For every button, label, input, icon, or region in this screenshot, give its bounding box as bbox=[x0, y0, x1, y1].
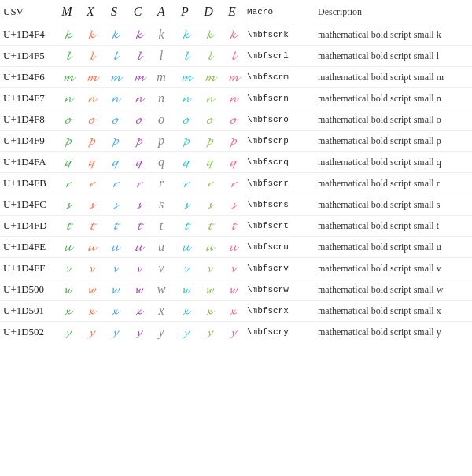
cell-glyph-col2: 𝓹 bbox=[102, 131, 126, 152]
cell-glyph-col2: 𝓼 bbox=[102, 194, 126, 216]
cell-macro: \mbfscru bbox=[244, 237, 315, 258]
cell-glyph-col6: 𝓽 bbox=[197, 216, 220, 237]
cell-glyph-col4: t bbox=[149, 216, 173, 237]
cell-glyph-col6: 𝓿 bbox=[197, 258, 220, 279]
cell-glyph-col7: 𝓾 bbox=[220, 237, 244, 258]
cell-description: mathematical bold script small k bbox=[315, 24, 472, 46]
cell-macro: \mbfscrr bbox=[244, 173, 315, 194]
header-c: C bbox=[126, 0, 149, 24]
cell-glyph-col2: 𝓷 bbox=[102, 88, 126, 109]
cell-glyph-col5: 𝓽 bbox=[173, 216, 197, 237]
cell-glyph-col6: 𝔁 bbox=[197, 301, 220, 322]
cell-glyph-col0: 𝓷 bbox=[55, 88, 79, 109]
cell-glyph-col2: 𝓺 bbox=[102, 152, 126, 173]
cell-description: mathematical bold script small w bbox=[315, 279, 472, 301]
cell-glyph-col5: 𝓼 bbox=[173, 194, 197, 216]
cell-glyph-col5: 𝓴 bbox=[173, 24, 197, 46]
cell-usv: U+1D500 bbox=[0, 279, 55, 301]
header-desc: Description bbox=[315, 0, 472, 24]
cell-glyph-col0: 𝓻 bbox=[55, 173, 79, 194]
cell-glyph-col0: 𝓺 bbox=[55, 152, 79, 173]
cell-glyph-col4: s bbox=[149, 194, 173, 216]
cell-glyph-col7: 𝓸 bbox=[220, 109, 244, 131]
cell-macro: \mbfscrn bbox=[244, 88, 315, 109]
cell-glyph-col0: 𝓿 bbox=[55, 258, 79, 279]
cell-glyph-col6: 𝓴 bbox=[197, 24, 220, 46]
cell-glyph-col6: 𝓶 bbox=[197, 67, 220, 88]
table-row: U+1D4F6𝓶𝓶𝓶𝓶m𝓶𝓶𝓶\mbfscrmmathematical bold… bbox=[0, 67, 472, 88]
cell-glyph-col3: 𝓼 bbox=[126, 194, 149, 216]
table-row: U+1D4FE𝓾𝓾𝓾𝓾u𝓾𝓾𝓾\mbfscrumathematical bold… bbox=[0, 237, 472, 258]
cell-macro: \mbfscrt bbox=[244, 216, 315, 237]
cell-description: mathematical bold script small q bbox=[315, 152, 472, 173]
cell-glyph-col5: 𝓾 bbox=[173, 237, 197, 258]
cell-glyph-col5: 𝓿 bbox=[173, 258, 197, 279]
cell-glyph-col7: 𝔁 bbox=[220, 301, 244, 322]
cell-macro: \mbfscrs bbox=[244, 194, 315, 216]
cell-glyph-col1: 𝓹 bbox=[79, 131, 102, 152]
cell-glyph-col3: 𝔀 bbox=[126, 279, 149, 301]
cell-glyph-col7: 𝔂 bbox=[220, 322, 244, 343]
cell-glyph-col0: 𝓾 bbox=[55, 237, 79, 258]
cell-glyph-col1: 𝓷 bbox=[79, 88, 102, 109]
cell-description: mathematical bold script small y bbox=[315, 322, 472, 343]
cell-glyph-col4: u bbox=[149, 237, 173, 258]
cell-glyph-col3: 𝓽 bbox=[126, 216, 149, 237]
cell-usv: U+1D4F7 bbox=[0, 88, 55, 109]
cell-glyph-col0: 𝓶 bbox=[55, 67, 79, 88]
cell-glyph-col0: 𝓵 bbox=[55, 46, 79, 67]
cell-glyph-col4: w bbox=[149, 279, 173, 301]
table-row: U+1D4FC𝓼𝓼𝓼𝓼s𝓼𝓼𝓼\mbfscrsmathematical bold… bbox=[0, 194, 472, 216]
cell-glyph-col7: 𝓷 bbox=[220, 88, 244, 109]
cell-glyph-col6: 𝓾 bbox=[197, 237, 220, 258]
cell-glyph-col3: 𝓶 bbox=[126, 67, 149, 88]
cell-usv: U+1D4FB bbox=[0, 173, 55, 194]
cell-glyph-col1: 𝓾 bbox=[79, 237, 102, 258]
cell-glyph-col6: 𝓻 bbox=[197, 173, 220, 194]
cell-glyph-col4: v bbox=[149, 258, 173, 279]
cell-description: mathematical bold script small s bbox=[315, 194, 472, 216]
cell-glyph-col7: 𝓻 bbox=[220, 173, 244, 194]
cell-usv: U+1D4F8 bbox=[0, 109, 55, 131]
cell-glyph-col4: p bbox=[149, 131, 173, 152]
cell-glyph-col5: 𝔂 bbox=[173, 322, 197, 343]
cell-macro: \mbfscrq bbox=[244, 152, 315, 173]
cell-glyph-col1: 𝔂 bbox=[79, 322, 102, 343]
cell-macro: \mbfscrw bbox=[244, 279, 315, 301]
cell-description: mathematical bold script small x bbox=[315, 301, 472, 322]
cell-glyph-col4: n bbox=[149, 88, 173, 109]
cell-glyph-col7: 𝓶 bbox=[220, 67, 244, 88]
cell-glyph-col1: 𝓺 bbox=[79, 152, 102, 173]
cell-macro: \mbfscry bbox=[244, 322, 315, 343]
cell-glyph-col2: 𝓽 bbox=[102, 216, 126, 237]
cell-glyph-col4: q bbox=[149, 152, 173, 173]
cell-glyph-col5: 𝓹 bbox=[173, 131, 197, 152]
cell-glyph-col7: 𝓺 bbox=[220, 152, 244, 173]
cell-glyph-col6: 𝓺 bbox=[197, 152, 220, 173]
table-row: U+1D4F5𝓵𝓵𝓵𝓵l𝓵𝓵𝓵\mbfscrlmathematical bold… bbox=[0, 46, 472, 67]
cell-glyph-col6: 𝓹 bbox=[197, 131, 220, 152]
cell-glyph-col5: 𝔀 bbox=[173, 279, 197, 301]
cell-glyph-col4: k bbox=[149, 24, 173, 46]
cell-usv: U+1D4F6 bbox=[0, 67, 55, 88]
header-d: D bbox=[197, 0, 220, 24]
cell-glyph-col6: 𝓸 bbox=[197, 109, 220, 131]
table-row: U+1D4FA𝓺𝓺𝓺𝓺q𝓺𝓺𝓺\mbfscrqmathematical bold… bbox=[0, 152, 472, 173]
cell-glyph-col0: 𝓸 bbox=[55, 109, 79, 131]
cell-glyph-col0: 𝓼 bbox=[55, 194, 79, 216]
cell-glyph-col2: 𝓶 bbox=[102, 67, 126, 88]
table-row: U+1D4F7𝓷𝓷𝓷𝓷n𝓷𝓷𝓷\mbfscrnmathematical bold… bbox=[0, 88, 472, 109]
cell-glyph-col3: 𝓸 bbox=[126, 109, 149, 131]
cell-glyph-col5: 𝔁 bbox=[173, 301, 197, 322]
cell-glyph-col3: 𝓵 bbox=[126, 46, 149, 67]
header-e: E bbox=[220, 0, 244, 24]
cell-glyph-col2: 𝓴 bbox=[102, 24, 126, 46]
cell-macro: \mbfscro bbox=[244, 109, 315, 131]
cell-glyph-col3: 𝓴 bbox=[126, 24, 149, 46]
cell-glyph-col7: 𝓹 bbox=[220, 131, 244, 152]
cell-glyph-col5: 𝓶 bbox=[173, 67, 197, 88]
table-header-row: USV M X S C A P D E Macro Description bbox=[0, 0, 472, 24]
cell-usv: U+1D4FE bbox=[0, 237, 55, 258]
cell-description: mathematical bold script small r bbox=[315, 173, 472, 194]
cell-description: mathematical bold script small v bbox=[315, 258, 472, 279]
